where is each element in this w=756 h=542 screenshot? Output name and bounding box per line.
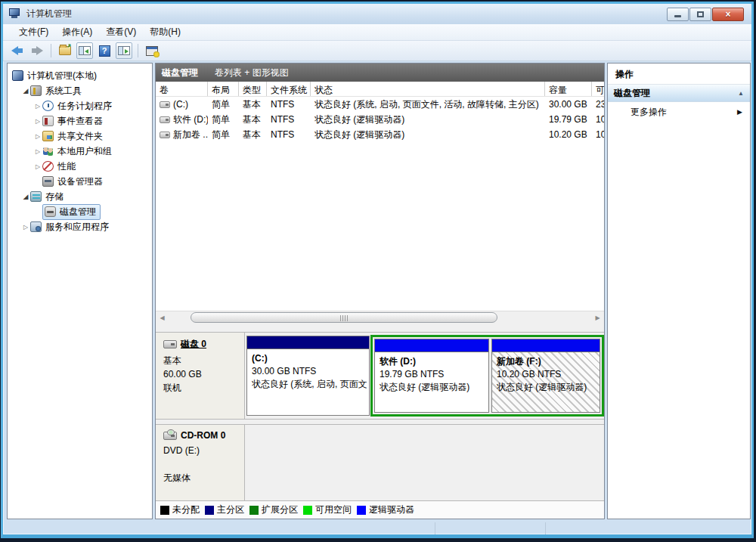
tree-item-disk-management[interactable]: 磁盘管理 (8, 204, 152, 219)
menu-view[interactable]: 查看(V) (99, 24, 143, 40)
show-action-pane-button[interactable] (116, 42, 132, 59)
collapse-expander-icon[interactable]: ◢ (21, 193, 30, 200)
volume-icon (160, 101, 170, 108)
tree-item-device-manager[interactable]: 设备管理器 (8, 174, 152, 189)
forward-button[interactable] (29, 42, 45, 59)
tree-item-event-viewer[interactable]: ▷ 事件查看器 (8, 113, 152, 129)
column-header-capacity[interactable]: 容量 (545, 82, 592, 96)
extended-partition-frame: 软件 (D:) 19.79 GB NTFS 状态良好 (逻辑驱动器) 新加卷 (… (370, 335, 604, 417)
up-level-button[interactable] (57, 42, 73, 59)
legend-logical-drive: 逻辑驱动器 (357, 503, 414, 516)
maximize-icon (697, 11, 704, 17)
forward-arrow-icon (31, 46, 43, 55)
status-strip (7, 521, 747, 536)
maximize-button[interactable] (689, 8, 711, 21)
menu-help[interactable]: 帮助(H) (143, 24, 187, 40)
volume-row-f[interactable]: 新加卷 ... 简单 基本 NTFS 状态良好 (逻辑驱动器) 10.20 GB… (156, 127, 604, 142)
scrollbar-thumb[interactable] (191, 312, 497, 323)
services-icon (30, 221, 42, 232)
disk-0-type: 基本 (163, 354, 244, 367)
collapse-caret-icon[interactable]: ▲ (738, 90, 744, 97)
logical-drive-bar (492, 339, 600, 352)
submenu-arrow-icon: ▶ (737, 108, 742, 116)
cdrom-icon (163, 432, 177, 440)
window-title: 计算机管理 (26, 8, 72, 20)
volume-icon (160, 132, 170, 138)
menu-file[interactable]: 文件(F) (12, 24, 55, 40)
minimize-button[interactable] (667, 8, 689, 21)
tree-item-services-applications[interactable]: ▷ 服务和应用程序 (8, 219, 152, 234)
column-header-freespace[interactable]: 可用空间 (592, 82, 604, 96)
toolbar-separator (51, 44, 51, 57)
disk-0-status: 联机 (163, 381, 244, 395)
disk-management-pane: 磁盘管理 卷列表 + 图形视图 卷 布局 类型 文件系统 状态 容量 可用空间 … (155, 63, 605, 519)
users-icon (42, 146, 54, 156)
volume-list-header: 卷 布局 类型 文件系统 状态 容量 可用空间 (156, 82, 604, 97)
tree-item-local-users-groups[interactable]: ▷ 本地用户和组 (8, 144, 152, 159)
performance-icon (42, 161, 54, 172)
actions-section-disk-management[interactable]: 磁盘管理 ▲ (608, 85, 750, 102)
primary-color-swatch (205, 506, 214, 515)
actions-pane: 操作 磁盘管理 ▲ 更多操作 ▶ (607, 63, 751, 519)
column-header-layout[interactable]: 布局 (208, 82, 239, 96)
back-button[interactable] (9, 42, 26, 59)
show-console-tree-button[interactable] (76, 42, 93, 59)
scroll-right-button[interactable]: ▶ (591, 311, 604, 324)
console-window-button[interactable] (144, 42, 160, 59)
close-button[interactable]: × (712, 8, 744, 21)
cdrom-0-label[interactable]: CD-ROM 0 DVD (E:) 无媒体 (156, 425, 245, 500)
folder-up-icon (59, 46, 71, 55)
pane-view-label: 卷列表 + 图形视图 (215, 67, 289, 79)
partition-c[interactable]: (C:) 30.00 GB NTFS 状态良好 (系统, 启动, 页面文 (246, 336, 370, 416)
selected-tree-item[interactable]: 磁盘管理 (42, 204, 101, 220)
primary-partition-bar (247, 336, 369, 349)
expand-expander-icon[interactable]: ▷ (33, 118, 42, 125)
titlebar[interactable]: 计算机管理 × (3, 4, 751, 24)
legend-bar: 未分配 主分区 扩展分区 可用空间 逻辑驱动器 (156, 500, 604, 519)
partition-d[interactable]: 软件 (D:) 19.79 GB NTFS 状态良好 (逻辑驱动器) (374, 339, 489, 413)
expand-expander-icon[interactable]: ▷ (33, 163, 42, 170)
tree-item-performance[interactable]: ▷ 性能 (8, 159, 152, 174)
tree-item-shared-folders[interactable]: ▷ 共享文件夹 (8, 129, 152, 144)
toolbar: ? (3, 41, 751, 61)
pane-header: 磁盘管理 卷列表 + 图形视图 (156, 63, 604, 82)
scrollbar-grip-icon (340, 315, 348, 321)
column-header-filesystem[interactable]: 文件系统 (267, 82, 311, 96)
event-viewer-icon (42, 116, 54, 126)
volume-row-c[interactable]: (C:) 简单 基本 NTFS 状态良好 (系统, 启动, 页面文件, 活动, … (156, 97, 604, 112)
expand-expander-icon[interactable]: ▷ (33, 133, 42, 140)
logical-drive-bar (375, 339, 488, 352)
disk-management-icon (45, 206, 56, 217)
column-header-status[interactable]: 状态 (311, 82, 545, 96)
column-header-volume[interactable]: 卷 (156, 82, 208, 96)
action-pane-icon (118, 46, 130, 55)
computer-icon (12, 70, 23, 81)
horizontal-scrollbar[interactable]: ◀ ▶ (156, 311, 604, 324)
tree-item-computer-management[interactable]: 计算机管理(本地) (8, 68, 152, 83)
column-header-type[interactable]: 类型 (239, 82, 267, 96)
partition-f-selected[interactable]: 新加卷 (F:) 10.20 GB NTFS 状态良好 (逻辑驱动器) (491, 339, 600, 413)
legend-extended-partition: 扩展分区 (249, 503, 298, 516)
console-tree-icon (79, 46, 91, 55)
scroll-left-button[interactable]: ◀ (156, 311, 169, 324)
tree-item-storage[interactable]: ◢ 存储 (8, 189, 152, 204)
more-actions-item[interactable]: 更多操作 ▶ (608, 102, 750, 122)
disk-0-label[interactable]: 磁盘 0 基本 60.00 GB 联机 (156, 333, 245, 419)
volume-list-empty-area (156, 142, 604, 311)
minimize-icon (674, 15, 681, 17)
disk-0-partitions: (C:) 30.00 GB NTFS 状态良好 (系统, 启动, 页面文 软件 … (245, 333, 604, 419)
device-manager-icon (42, 176, 54, 187)
status-separator (435, 522, 435, 534)
expand-expander-icon[interactable]: ▷ (33, 103, 42, 110)
expand-expander-icon[interactable]: ▷ (33, 148, 42, 155)
storage-icon (30, 191, 42, 202)
tree-item-system-tools[interactable]: ◢ 系统工具 (8, 83, 152, 98)
help-button[interactable]: ? (96, 42, 113, 59)
tree-item-task-scheduler[interactable]: ▷ 任务计划程序 (8, 98, 152, 113)
expand-expander-icon[interactable]: ▷ (21, 224, 30, 231)
collapse-expander-icon[interactable]: ◢ (21, 87, 30, 94)
menu-action[interactable]: 操作(A) (55, 24, 99, 40)
cdrom-empty-area (245, 425, 604, 500)
volume-row-d[interactable]: 软件 (D:) 简单 基本 NTFS 状态良好 (逻辑驱动器) 19.79 GB… (156, 112, 604, 127)
logical-color-swatch (357, 506, 366, 515)
